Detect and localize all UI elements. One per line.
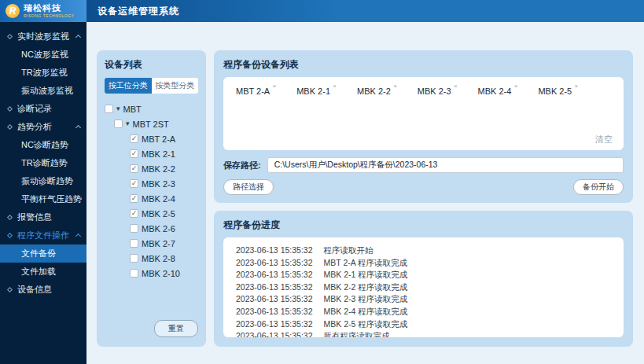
sidebar-item-label: NC诊断趋势 [21, 139, 68, 151]
tab-by-station[interactable]: 按工位分类 [105, 78, 152, 94]
tree-node-label: MBK 2-2 [142, 164, 175, 174]
log-timestamp: 2023-06-13 15:35:32 [236, 245, 313, 257]
diamond-icon [7, 215, 13, 220]
sidebar-item-vibration-trend[interactable]: 振动诊断趋势 [0, 172, 86, 190]
tree-node[interactable]: ✓ MBK 2-5 [105, 206, 198, 221]
sidebar-item-file-load[interactable]: 文件加载 [0, 263, 86, 281]
remove-chip-icon[interactable]: × [514, 83, 518, 90]
sidebar-item-label: 实时波形监视 [17, 31, 69, 42]
remove-chip-icon[interactable]: × [273, 83, 277, 90]
tree-node[interactable]: ✓ MBK 2-2 [105, 161, 198, 176]
checkbox-checked-icon[interactable]: ✓ [130, 149, 138, 158]
sidebar-item-label: 振动诊断趋势 [21, 175, 73, 187]
sidebar-item-trend-analysis[interactable]: 趋势分析 [0, 118, 86, 136]
log-entry: 2023-06-13 15:35:32MBK 2-2 程序读取完成 [236, 281, 611, 294]
log-message: 程序读取开始 [324, 245, 374, 255]
page-title: 设备运维管理系统 [98, 5, 179, 18]
checkbox[interactable] [130, 254, 138, 263]
checkbox-checked-icon[interactable]: ✓ [130, 164, 138, 173]
sidebar-item-label: 趋势分析 [17, 121, 52, 133]
sidebar-item-nc-trend[interactable]: NC诊断趋势 [0, 136, 86, 154]
tree-node[interactable]: MBK 2-6 [105, 221, 198, 236]
tree-node[interactable]: MBK 2-8 [105, 251, 198, 266]
checkbox-checked-icon[interactable]: ✓ [130, 194, 138, 203]
tree-node-label: MBK 2-10 [142, 269, 180, 278]
tree-node[interactable]: MBK 2-10 [105, 266, 198, 281]
select-path-button[interactable]: 路径选择 [223, 179, 274, 195]
sidebar-item-alarm-info[interactable]: 报警信息 [0, 208, 86, 226]
checkbox-checked-icon[interactable]: ✓ [130, 134, 138, 143]
tab-label: 按类型分类 [155, 80, 194, 91]
log-message: MBK 2-2 程序读取完成 [324, 282, 408, 292]
tab-label: 按工位分类 [109, 80, 148, 91]
tree-node-label: MBT 2-A [142, 134, 175, 144]
sidebar-nav: 实时波形监视 NC波形监视 TR波形监视 振动波形监视 诊断记录 趋势分析 [0, 22, 86, 299]
tree-node[interactable]: ✓ MBK 2-1 [105, 146, 198, 161]
caret-down-icon[interactable]: ▾ [126, 120, 130, 127]
device-chip[interactable]: MBK 2-2 × [357, 86, 397, 96]
sidebar-item-vibration-waveform[interactable]: 振动波形监视 [0, 82, 86, 100]
caret-down-icon[interactable]: ▾ [116, 105, 120, 112]
remove-chip-icon[interactable]: × [454, 83, 458, 90]
device-chip-label: MBK 2-4 [478, 86, 512, 96]
save-path-label: 保存路径: [223, 160, 261, 171]
device-chip[interactable]: MBK 2-1 × [296, 86, 337, 96]
sidebar-item-program-file-ops[interactable]: 程序文件操作 [0, 226, 86, 245]
log-message: MBK 2-3 程序读取完成 [324, 294, 408, 303]
sidebar-item-device-info[interactable]: 设备信息 [0, 281, 86, 299]
remove-chip-icon[interactable]: × [333, 83, 337, 90]
start-backup-button[interactable]: 备份开始 [573, 179, 624, 195]
checkbox[interactable] [105, 105, 113, 113]
tree-node-label: MBT [123, 105, 142, 114]
checkbox[interactable] [130, 239, 138, 248]
clear-all-button[interactable]: 清空 [595, 134, 613, 145]
save-path-row: 保存路径: [223, 157, 624, 173]
checkbox-checked-icon[interactable]: ✓ [130, 179, 138, 188]
sidebar-item-diagnosis-records[interactable]: 诊断记录 [0, 100, 86, 118]
sidebar-item-label: 振动波形监视 [21, 85, 73, 97]
checkbox[interactable] [114, 119, 123, 128]
sidebar-item-tr-trend[interactable]: TR诊断趋势 [0, 154, 86, 172]
log-message: 所有程序读取完成 [324, 331, 390, 337]
device-chip[interactable]: MBK 2-5 × [538, 86, 578, 96]
device-list-title: 设备列表 [105, 58, 198, 72]
tree-node[interactable]: ✓ MBK 2-4 [105, 191, 198, 206]
checkbox-checked-icon[interactable]: ✓ [130, 209, 138, 218]
tree-node[interactable]: ▾ MBT 2ST [105, 116, 198, 131]
device-chip-label: MBK 2-5 [538, 86, 572, 96]
sidebar-item-nc-waveform[interactable]: NC波形监视 [0, 46, 86, 64]
device-chip[interactable]: MBK 2-4 × [478, 86, 518, 96]
reset-button[interactable]: 重置 [154, 320, 198, 337]
log-timestamp: 2023-06-13 15:35:32 [236, 306, 313, 318]
sidebar-item-label: 程序文件操作 [17, 230, 69, 241]
tree-node[interactable]: ▾ MBT [105, 101, 198, 116]
sidebar-item-file-backup[interactable]: 文件备份 [0, 245, 86, 263]
tree-node[interactable]: MBK 2-7 [105, 236, 198, 251]
log-message: MBK 2-1 程序读取完成 [324, 270, 408, 279]
log-timestamp: 2023-06-13 15:35:32 [236, 269, 313, 281]
sidebar-item-label: 平衡杆气压趋势 [21, 193, 82, 205]
app-header: 设备运维管理系统 [86, 0, 644, 22]
sidebar-item-tr-waveform[interactable]: TR波形监视 [0, 64, 86, 82]
remove-chip-icon[interactable]: × [393, 83, 397, 90]
sidebar-item-label: 文件备份 [21, 248, 56, 259]
sidebar-item-realtime-waveform[interactable]: 实时波形监视 [0, 28, 86, 46]
selected-devices-box: MBT 2-A × MBK 2-1 × MBK 2-2 × [223, 77, 624, 150]
sidebar-item-balance-rod-pressure-trend[interactable]: 平衡杆气压趋势 [0, 190, 86, 208]
device-chip-label: MBK 2-1 [296, 86, 330, 96]
save-path-input[interactable] [267, 157, 624, 173]
device-chip[interactable]: MBT 2-A × [236, 86, 276, 96]
main-area: 设备运维管理系统 设备列表 按工位分类 按类型分类 ▾ [86, 0, 644, 364]
tree-node[interactable]: ✓ MBT 2-A [105, 131, 198, 146]
checkbox[interactable] [130, 269, 138, 278]
tree-node[interactable]: ✓ MBK 2-3 [105, 176, 198, 191]
brand-subtitle: RISONG TECHNOLOGY [24, 14, 75, 18]
checkbox[interactable] [130, 224, 138, 233]
device-chip[interactable]: MBK 2-3 × [418, 86, 458, 96]
log-timestamp: 2023-06-13 15:35:32 [236, 330, 313, 337]
tab-by-type[interactable]: 按类型分类 [152, 78, 199, 94]
remove-chip-icon[interactable]: × [575, 83, 579, 90]
brand-logo-icon: R [6, 4, 20, 18]
diamond-icon [7, 106, 13, 112]
progress-panel-title: 程序备份进度 [223, 219, 624, 232]
